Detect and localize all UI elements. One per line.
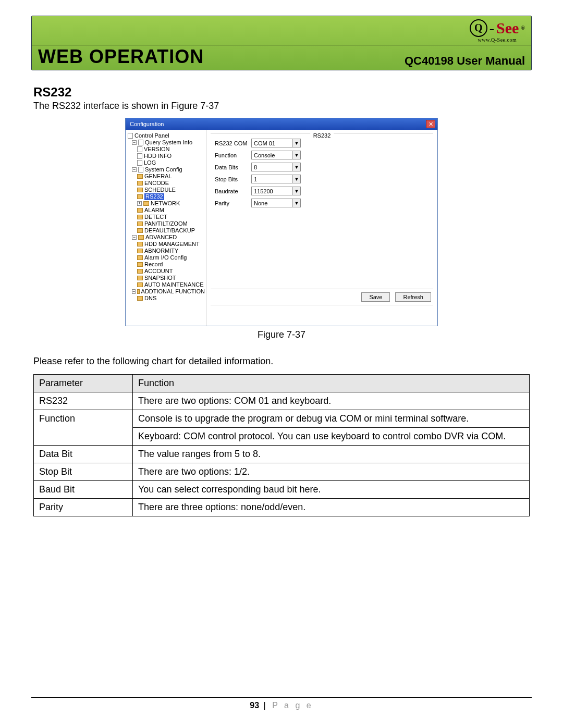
tree-item[interactable]: System Config	[145, 166, 182, 173]
tree-item[interactable]: HDD INFO	[144, 153, 172, 159]
tree-item[interactable]: VERSION	[144, 146, 170, 153]
tree-item[interactable]: NETWORK	[151, 200, 180, 207]
logo-mark-icon: Q	[470, 19, 487, 37]
group-icon	[138, 167, 143, 172]
param-intro: Please refer to the following chart for …	[33, 356, 530, 367]
cell-func: You can select corresponding baud bit he…	[133, 481, 530, 499]
folder-icon	[143, 201, 149, 206]
chevron-down-icon: ▼	[292, 199, 300, 207]
refresh-button[interactable]: Refresh	[395, 292, 431, 302]
doc-icon	[137, 160, 142, 166]
section-heading: RS232	[33, 85, 530, 100]
page-word: P a g e	[272, 701, 313, 710]
tree-item[interactable]: ADVANCED	[145, 234, 177, 241]
expand-icon[interactable]: +	[137, 201, 142, 206]
folder-icon	[137, 262, 143, 267]
tree-item[interactable]: DNS	[144, 295, 156, 302]
config-window: Configuration ✕ Control Panel −Query Sys…	[125, 118, 438, 326]
cell-func: The value ranges from 5 to 8.	[133, 446, 530, 463]
doc-icon	[137, 146, 142, 152]
tree-item[interactable]: ABNORMITY	[144, 248, 178, 254]
th-parameter: Parameter	[34, 375, 133, 392]
table-row: Function Console is to upgrade the progr…	[34, 410, 530, 428]
tree-item[interactable]: SNAPSHOT	[144, 275, 176, 281]
table-row: Stop Bit There are two options: 1/2.	[34, 463, 530, 481]
cell-func: Console is to upgrade the program or deb…	[133, 410, 530, 428]
folder-icon	[137, 289, 139, 294]
folder-icon	[137, 221, 143, 226]
select-value: COM 01	[254, 140, 275, 146]
select-parity[interactable]: None▼	[251, 199, 301, 207]
cell-func: There are two options: COM 01 and keyboa…	[133, 392, 530, 410]
tree-item[interactable]: LOG	[144, 159, 156, 166]
collapse-icon[interactable]: −	[132, 167, 137, 172]
collapse-icon[interactable]: −	[132, 235, 137, 240]
select-rs232com[interactable]: COM 01▼	[251, 139, 301, 147]
collapse-icon[interactable]: −	[132, 289, 136, 294]
cell-param: Function	[34, 410, 133, 446]
tree-item[interactable]: ADDTIONAL FUNCTION	[141, 288, 205, 295]
table-row: RS232 There are two options: COM 01 and …	[34, 392, 530, 410]
tree-root-label: Control Panel	[134, 132, 169, 139]
tree-item[interactable]: AUTO MAINTENANCE	[144, 281, 203, 288]
section-lead: The RS232 interface is shown in Figure 7…	[33, 101, 530, 112]
parameter-table: Parameter Function RS232 There are two o…	[33, 374, 530, 516]
panel-icon	[128, 133, 133, 139]
fieldset-label: RS232	[310, 132, 334, 139]
page-number: 93	[250, 701, 259, 710]
select-stopbits[interactable]: 1▼	[251, 175, 301, 183]
select-databits[interactable]: 8▼	[251, 163, 301, 171]
collapse-icon[interactable]: −	[132, 140, 137, 145]
cell-param: RS232	[34, 392, 133, 410]
folder-icon	[137, 181, 143, 186]
figure-caption: Figure 7-37	[33, 329, 530, 340]
select-value: 115200	[254, 188, 273, 194]
brand-logo: Q - See ® www.Q-See.com	[470, 19, 525, 43]
tree-item[interactable]: ALARM	[144, 207, 164, 214]
config-tree[interactable]: Control Panel −Query System Info VERSION…	[126, 130, 206, 326]
label-rs232com: RS232 COM	[215, 140, 251, 146]
folder-icon	[137, 296, 143, 301]
tree-item[interactable]: ENCODE	[144, 180, 169, 187]
cell-param: Parity	[34, 499, 133, 516]
folder-icon	[137, 228, 143, 233]
label-parity: Parity	[215, 200, 251, 206]
tree-item[interactable]: Record	[144, 261, 163, 268]
logo-text: See	[496, 19, 519, 37]
tree-item[interactable]: ACCOUNT	[144, 268, 173, 275]
tree-item[interactable]: PAN/TILT/ZOOM	[144, 220, 188, 227]
tree-item-selected[interactable]: RS232	[144, 193, 164, 200]
select-value: 8	[254, 164, 257, 170]
close-icon[interactable]: ✕	[426, 120, 435, 128]
page-footer: 93 | P a g e	[31, 697, 532, 710]
select-function[interactable]: Console▼	[251, 151, 301, 159]
select-value: None	[254, 200, 267, 206]
chevron-down-icon: ▼	[292, 163, 300, 171]
manual-name: QC40198 User Manual	[405, 54, 525, 68]
cell-param: Stop Bit	[34, 463, 133, 481]
tree-item[interactable]: Alarm I/O Config	[144, 254, 187, 261]
tree-item[interactable]: GENERAL	[144, 173, 172, 180]
select-baudrate[interactable]: 115200▼	[251, 187, 301, 195]
save-button[interactable]: Save	[361, 292, 390, 302]
folder-icon	[137, 208, 143, 213]
folder-icon	[137, 276, 143, 280]
doc-icon	[137, 153, 142, 159]
cell-func: There are two options: 1/2.	[133, 463, 530, 481]
tree-item[interactable]: DEFAULT/BACKUP	[144, 227, 195, 234]
table-row: Baud Bit You can select corresponding ba…	[34, 481, 530, 499]
cell-func: There are three options: none/odd/even.	[133, 499, 530, 516]
logo-url: www.Q-See.com	[478, 37, 517, 43]
folder-icon	[137, 242, 143, 246]
tree-item[interactable]: HDD MANAGEMENT	[144, 241, 200, 248]
cell-param: Baud Bit	[34, 481, 133, 499]
select-value: Console	[254, 152, 275, 158]
tree-item[interactable]: Query System Info	[145, 139, 192, 146]
tree-item[interactable]: DETECT	[144, 214, 167, 220]
table-row: Data Bit The value ranges from 5 to 8.	[34, 446, 530, 463]
window-title: Configuration	[130, 121, 164, 127]
group-icon	[138, 140, 143, 145]
th-function: Function	[133, 375, 530, 392]
registered-icon: ®	[521, 25, 525, 31]
tree-item[interactable]: SCHEDULE	[144, 187, 176, 193]
